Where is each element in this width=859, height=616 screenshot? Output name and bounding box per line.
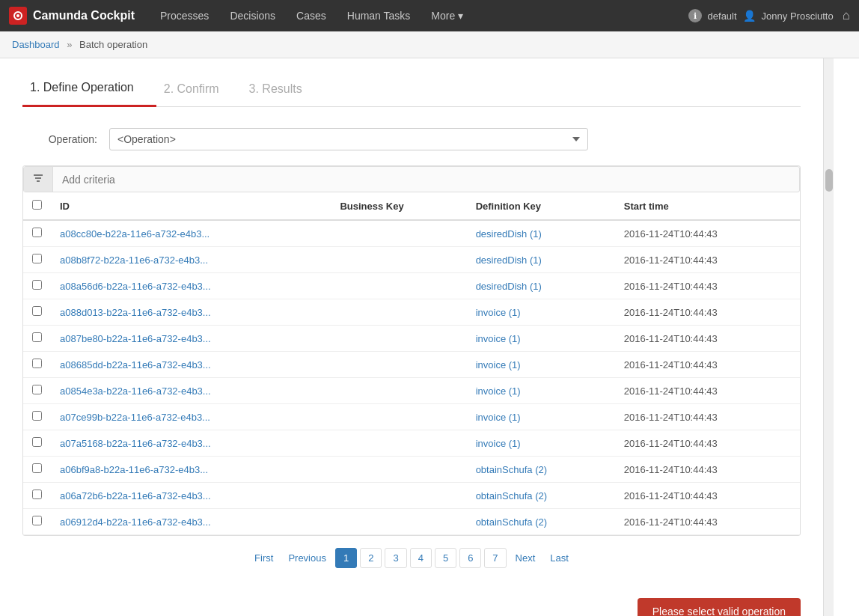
step-results[interactable]: 3. Results: [242, 75, 325, 106]
home-icon[interactable]: ⌂: [843, 8, 850, 23]
scrollbar[interactable]: [823, 58, 834, 616]
select-all-checkbox[interactable]: [32, 200, 42, 210]
dropdown-caret-icon: ▾: [458, 10, 463, 22]
row-def-key: obtainSchufa (2): [467, 509, 615, 535]
table-row: a0854e3a-b22a-11e6-a732-e4b3... invoice …: [23, 378, 800, 404]
page-button-7[interactable]: 7: [484, 548, 506, 568]
id-link[interactable]: a08b8f72-b22a-11e6-a732-e4b3...: [60, 254, 208, 266]
row-checkbox[interactable]: [32, 332, 42, 342]
nav-link-processes[interactable]: Processes: [150, 0, 219, 31]
row-start-time: 2016-11-24T10:44:43: [615, 378, 800, 404]
def-key-link[interactable]: obtainSchufa (2): [476, 464, 547, 475]
brand-name: Camunda Cockpit: [33, 9, 135, 22]
row-id: a08685dd-b22a-11e6-a732-e4b3...: [51, 352, 331, 378]
nav-link-more[interactable]: More ▾: [421, 0, 474, 31]
def-key-link[interactable]: obtainSchufa (2): [476, 490, 547, 501]
def-key-link[interactable]: invoice (1): [476, 385, 521, 397]
previous-button[interactable]: Previous: [282, 549, 332, 567]
row-checkbox-col: [23, 247, 51, 273]
nav-link-human-tasks[interactable]: Human Tasks: [337, 0, 421, 31]
row-checkbox[interactable]: [32, 280, 42, 290]
id-link[interactable]: a08a56d6-b22a-11e6-a732-e4b3...: [60, 281, 211, 292]
error-button[interactable]: Please select valid operation: [638, 598, 801, 616]
navbar-right: ℹ default 👤 Jonny Prosciutto ⌂: [688, 8, 850, 23]
row-checkbox[interactable]: [32, 306, 42, 316]
nav-item-human-tasks[interactable]: Human Tasks: [337, 0, 421, 31]
id-link[interactable]: a07a5168-b22a-11e6-a732-e4b3...: [60, 438, 211, 449]
brand-link[interactable]: Camunda Cockpit: [9, 7, 135, 25]
row-checkbox[interactable]: [32, 228, 42, 237]
data-table: ID Business Key Definition Key Start tim…: [23, 192, 800, 535]
page-button-2[interactable]: 2: [360, 548, 382, 568]
step-confirm[interactable]: 2. Confirm: [156, 75, 242, 106]
breadcrumb-sep: »: [67, 39, 72, 50]
nav-item-cases[interactable]: Cases: [286, 0, 337, 31]
nav-item-processes[interactable]: Processes: [150, 0, 219, 31]
row-start-time: 2016-11-24T10:44:43: [615, 430, 800, 457]
id-link[interactable]: a06bf9a8-b22a-11e6-a732-e4b3...: [60, 464, 208, 475]
def-key-link[interactable]: invoice (1): [476, 307, 521, 318]
tenant-label: default: [708, 10, 737, 22]
row-id: a07ce99b-b22a-11e6-a732-e4b3...: [51, 404, 331, 430]
row-checkbox[interactable]: [32, 516, 42, 525]
row-checkbox[interactable]: [32, 437, 42, 447]
id-link[interactable]: a08cc80e-b22a-11e6-a732-e4b3...: [60, 228, 210, 240]
table-row: a08cc80e-b22a-11e6-a732-e4b3... desiredD…: [23, 220, 800, 247]
id-link[interactable]: a06a72b6-b22a-11e6-a732-e4b3...: [60, 490, 211, 501]
def-key-link[interactable]: desiredDish (1): [476, 228, 542, 240]
row-checkbox-col: [23, 352, 51, 378]
row-business-key: [331, 378, 466, 404]
table-row: a06bf9a8-b22a-11e6-a732-e4b3... obtainSc…: [23, 457, 800, 483]
col-header-business-key: Business Key: [331, 192, 466, 220]
svg-point-2: [16, 14, 19, 17]
row-id: a08cc80e-b22a-11e6-a732-e4b3...: [51, 220, 331, 247]
page-button-3[interactable]: 3: [385, 548, 406, 568]
row-checkbox[interactable]: [32, 490, 42, 499]
def-key-link[interactable]: invoice (1): [476, 412, 521, 423]
page-button-4[interactable]: 4: [410, 548, 432, 568]
page-button-5[interactable]: 5: [435, 548, 456, 568]
id-link[interactable]: a08685dd-b22a-11e6-a732-e4b3...: [60, 359, 211, 370]
error-btn-area: Please select valid operation: [22, 591, 801, 616]
table-row: a07ce99b-b22a-11e6-a732-e4b3... invoice …: [23, 404, 800, 430]
id-link[interactable]: a0854e3a-b22a-11e6-a732-e4b3...: [60, 385, 211, 397]
row-start-time: 2016-11-24T10:44:43: [615, 509, 800, 535]
row-start-time: 2016-11-24T10:44:43: [615, 220, 800, 247]
nav-item-more[interactable]: More ▾: [421, 0, 474, 31]
col-header-definition-key: Definition Key: [467, 192, 615, 220]
def-key-link[interactable]: invoice (1): [476, 438, 521, 449]
row-checkbox[interactable]: [32, 359, 42, 368]
last-button[interactable]: Last: [544, 549, 575, 567]
nav-item-decisions[interactable]: Decisions: [219, 0, 286, 31]
step-define[interactable]: 1. Define Operation: [22, 73, 156, 107]
id-link[interactable]: a07ce99b-b22a-11e6-a732-e4b3...: [60, 412, 210, 423]
operation-select[interactable]: <Operation> Suspend Job Activate Job Del…: [109, 128, 588, 150]
def-key-link[interactable]: invoice (1): [476, 333, 521, 344]
filter-icon-button[interactable]: [24, 167, 53, 192]
id-link[interactable]: a087be80-b22a-11e6-a732-e4b3...: [60, 333, 211, 344]
page-button-1[interactable]: 1: [335, 548, 357, 568]
row-checkbox[interactable]: [32, 254, 42, 263]
row-checkbox[interactable]: [32, 411, 42, 421]
id-link[interactable]: a088d013-b22a-11e6-a732-e4b3...: [60, 307, 211, 318]
def-key-link[interactable]: desiredDish (1): [476, 254, 542, 266]
page-button-6[interactable]: 6: [459, 548, 481, 568]
pagination: First Previous 1 2 3 4 5 6 7 Next Last: [22, 548, 801, 568]
table-row: a08685dd-b22a-11e6-a732-e4b3... invoice …: [23, 352, 800, 378]
row-checkbox-col: [23, 430, 51, 457]
next-button[interactable]: Next: [510, 549, 542, 567]
def-key-link[interactable]: invoice (1): [476, 359, 521, 370]
row-checkbox[interactable]: [32, 385, 42, 394]
breadcrumb-dashboard-link[interactable]: Dashboard: [12, 39, 60, 50]
filter-input[interactable]: [53, 168, 799, 192]
row-checkbox[interactable]: [32, 463, 42, 473]
scrollbar-thumb[interactable]: [825, 169, 833, 192]
def-key-link[interactable]: obtainSchufa (2): [476, 516, 547, 528]
nav-link-cases[interactable]: Cases: [286, 0, 337, 31]
def-key-link[interactable]: desiredDish (1): [476, 281, 542, 292]
first-button[interactable]: First: [248, 549, 279, 567]
id-link[interactable]: a06912d4-b22a-11e6-a732-e4b3...: [60, 516, 211, 528]
operation-label: Operation:: [22, 133, 97, 145]
nav-link-decisions[interactable]: Decisions: [219, 0, 286, 31]
row-business-key: [331, 509, 466, 535]
